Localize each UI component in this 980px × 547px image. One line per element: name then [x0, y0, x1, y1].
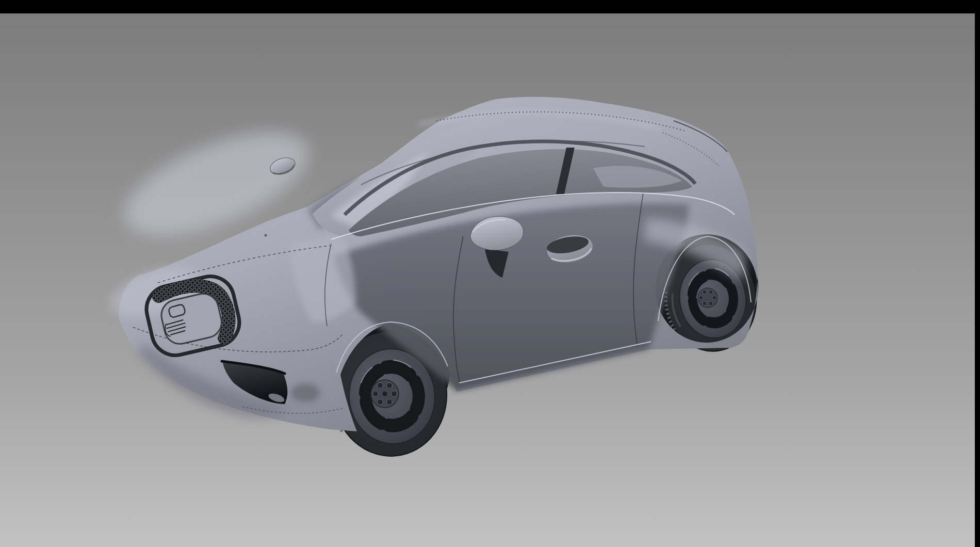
window-side-bar — [975, 0, 980, 547]
3d-viewport[interactable] — [0, 13, 975, 547]
hood-speck — [265, 234, 267, 237]
car-3d-model — [0, 13, 980, 547]
application-window — [0, 0, 980, 547]
window-top-bar — [0, 0, 980, 13]
